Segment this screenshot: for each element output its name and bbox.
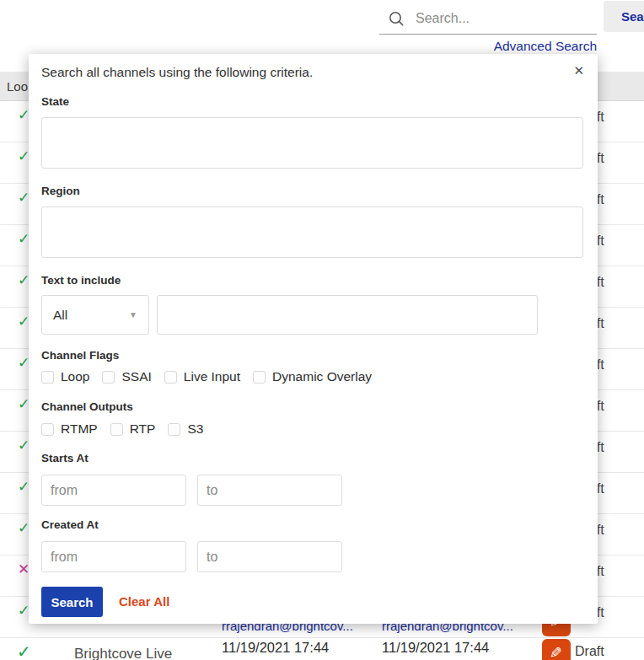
search-input[interactable]: [416, 11, 597, 26]
rtmp-checkbox[interactable]: [41, 423, 54, 436]
modal-search-button[interactable]: Search: [41, 587, 103, 617]
starts-at-to-input[interactable]: [197, 475, 342, 506]
created-at-label: Created At: [41, 518, 99, 531]
flag-ssai-label: SSAI: [121, 369, 151, 384]
updated-at-value: 11/19/2021 17:44: [382, 640, 489, 656]
starts-at-label: Starts At: [41, 452, 89, 464]
s3-checkbox[interactable]: [168, 423, 180, 436]
edit-channel-button[interactable]: ✎: [542, 639, 571, 660]
dynamic-overlay-checkbox[interactable]: [253, 371, 266, 384]
rtp-checkbox[interactable]: [110, 423, 123, 436]
text-scope-value: All: [53, 308, 129, 323]
state-field[interactable]: [41, 117, 583, 169]
state-label: State: [41, 95, 69, 108]
screen: Search Advanced Search Loo ✓Draft✓Draft✓…: [0, 0, 644, 660]
text-to-include-input[interactable]: [157, 295, 538, 335]
channel-flags-group: Loop SSAI Live Input Dynamic Overlay: [41, 369, 372, 384]
region-field[interactable]: [41, 207, 583, 258]
created-at-value: 11/19/2021 17:44: [222, 640, 329, 656]
flag-loop-label: Loop: [61, 369, 89, 384]
modal-title: Search all channels using the following …: [41, 65, 313, 80]
text-to-include-label: Text to include: [41, 274, 121, 287]
live-input-checkbox[interactable]: [164, 371, 177, 384]
flag-dynamic-overlay[interactable]: Dynamic Overlay: [253, 369, 372, 384]
region-label: Region: [41, 185, 80, 197]
advanced-search-link[interactable]: Advanced Search: [494, 39, 597, 54]
flag-ssai[interactable]: SSAI: [102, 369, 151, 384]
chevron-down-icon: ▼: [129, 310, 137, 319]
output-rtp[interactable]: RTP: [110, 421, 156, 437]
clear-all-button[interactable]: Clear All: [119, 587, 169, 617]
search-icon: [388, 10, 405, 28]
output-rtmp[interactable]: RTMP: [41, 421, 98, 437]
channel-flags-label: Channel Flags: [41, 349, 119, 362]
status-badge: Draft: [575, 644, 604, 659]
top-search-button[interactable]: Search: [604, 1, 644, 32]
close-icon[interactable]: ✕: [573, 63, 584, 78]
starts-at-from-input[interactable]: [41, 475, 186, 506]
flag-live-input-label: Live Input: [184, 369, 240, 384]
created-at-from-input[interactable]: [41, 541, 186, 572]
created-at-to-input[interactable]: [197, 541, 342, 572]
flag-dynamic-overlay-label: Dynamic Overlay: [272, 369, 372, 384]
channel-outputs-group: RTMP RTP S3: [41, 421, 203, 437]
output-s3[interactable]: S3: [168, 421, 203, 437]
output-rtp-label: RTP: [130, 421, 156, 437]
channel-outputs-label: Channel Outputs: [41, 400, 133, 413]
output-s3-label: S3: [187, 421, 203, 437]
check-icon: ✓: [17, 641, 31, 660]
flag-live-input[interactable]: Live Input: [164, 369, 240, 384]
text-scope-select[interactable]: All ▼: [41, 295, 149, 335]
loop-checkbox[interactable]: [41, 371, 54, 384]
ssai-checkbox[interactable]: [102, 371, 115, 384]
table-header-label: Loo: [7, 72, 28, 101]
output-rtmp-label: RTMP: [61, 421, 98, 437]
global-search[interactable]: [379, 3, 597, 35]
channel-name: Brightcove Live: [74, 646, 172, 660]
pencil-icon: ✎: [550, 646, 562, 660]
advanced-search-modal: Search all channels using the following …: [29, 54, 598, 624]
flag-loop[interactable]: Loop: [41, 369, 89, 384]
